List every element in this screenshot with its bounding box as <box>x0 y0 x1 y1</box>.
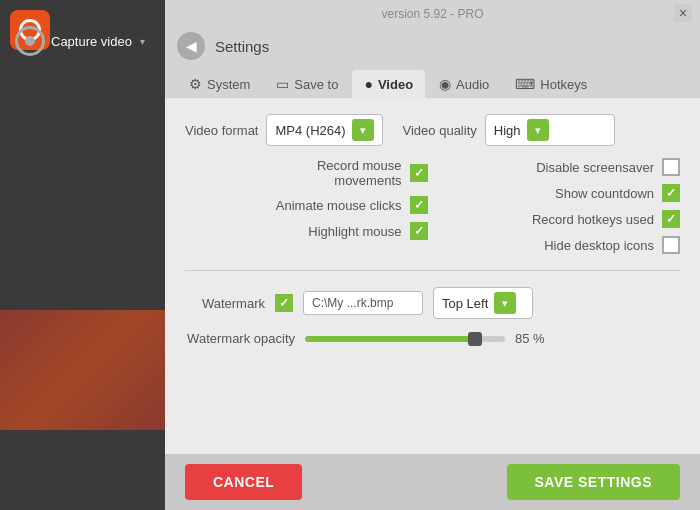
tab-hotkeys[interactable]: ⌨ Hotkeys <box>503 70 599 98</box>
cancel-button[interactable]: CANCEL <box>185 464 302 500</box>
watermark-label: Watermark <box>185 296 265 311</box>
format-dropdown[interactable]: MP4 (H264) ▾ <box>266 114 382 146</box>
record-mouse-row: Record mousemovements <box>185 158 428 188</box>
app-window: Capture video ▾ version 5.92 - PRO × ◀ S… <box>0 0 700 510</box>
animate-clicks-checkbox[interactable] <box>410 196 428 214</box>
quality-dropdown[interactable]: High ▾ <box>485 114 615 146</box>
main-content: version 5.92 - PRO × ◀ Settings ⚙ System… <box>165 0 700 510</box>
capture-video-button[interactable]: Capture video ▾ <box>5 20 160 62</box>
position-dropdown-arrow: ▾ <box>494 292 516 314</box>
audio-icon: ◉ <box>439 76 451 92</box>
tabs-bar: ⚙ System ▭ Save to ● Video ◉ Audio ⌨ Hot… <box>165 66 700 98</box>
video-icon: ● <box>364 76 372 92</box>
tab-hotkeys-label: Hotkeys <box>540 77 587 92</box>
quality-dropdown-arrow: ▾ <box>527 119 549 141</box>
page-title: Settings <box>215 38 269 55</box>
capture-label: Capture video <box>51 34 132 49</box>
hotkeys-icon: ⌨ <box>515 76 535 92</box>
highlight-mouse-checkbox[interactable] <box>410 222 428 240</box>
sidebar: Capture video ▾ <box>0 0 165 510</box>
format-value: MP4 (H264) <box>275 123 345 138</box>
disable-screensaver-checkbox[interactable] <box>662 158 680 176</box>
tab-audio[interactable]: ◉ Audio <box>427 70 501 98</box>
opacity-value: 85 % <box>515 331 545 346</box>
show-countdown-checkbox[interactable] <box>662 184 680 202</box>
chevron-down-icon: ▾ <box>140 36 145 47</box>
record-hotkeys-row: Record hotkeys used <box>438 210 681 228</box>
system-icon: ⚙ <box>189 76 202 92</box>
save-button[interactable]: SAVE SETTINGS <box>507 464 680 500</box>
show-countdown-label: Show countdown <box>555 186 654 201</box>
record-mouse-checkbox[interactable] <box>410 164 428 182</box>
close-button[interactable]: × <box>674 4 692 22</box>
quality-field: Video quality High ▾ <box>403 114 615 146</box>
back-button[interactable]: ◀ <box>177 32 205 60</box>
back-icon: ◀ <box>186 38 197 54</box>
opacity-thumb[interactable] <box>468 332 482 346</box>
footer: CANCEL SAVE SETTINGS <box>165 454 700 510</box>
highlight-mouse-row: Highlight mouse <box>185 222 428 240</box>
hide-desktop-row: Hide desktop icons <box>438 236 681 254</box>
disable-screensaver-label: Disable screensaver <box>536 160 654 175</box>
tab-system[interactable]: ⚙ System <box>177 70 262 98</box>
disable-screensaver-row: Disable screensaver <box>438 158 681 176</box>
format-label: Video format <box>185 123 258 138</box>
quality-value: High <box>494 123 521 138</box>
position-value: Top Left <box>442 296 488 311</box>
quality-label: Video quality <box>403 123 477 138</box>
show-countdown-row: Show countdown <box>438 184 681 202</box>
version-text: version 5.92 - PRO <box>381 7 483 21</box>
tab-saveto[interactable]: ▭ Save to <box>264 70 350 98</box>
watermark-path: C:\My ...rk.bmp <box>303 291 423 315</box>
tab-video-label: Video <box>378 77 413 92</box>
saveto-icon: ▭ <box>276 76 289 92</box>
hide-desktop-label: Hide desktop icons <box>544 238 654 253</box>
settings-panel: Video format MP4 (H264) ▾ Video quality … <box>165 98 700 454</box>
capture-circle-icon <box>15 26 45 56</box>
right-checkboxes: Disable screensaver Show countdown Recor… <box>438 158 681 254</box>
position-dropdown[interactable]: Top Left ▾ <box>433 287 533 319</box>
left-checkboxes: Record mousemovements Animate mouse clic… <box>185 158 428 254</box>
checkboxes-container: Record mousemovements Animate mouse clic… <box>185 158 680 254</box>
title-bar: version 5.92 - PRO × <box>165 0 700 28</box>
opacity-row: Watermark opacity 85 % <box>185 331 680 346</box>
animate-clicks-row: Animate mouse clicks <box>185 196 428 214</box>
tab-audio-label: Audio <box>456 77 489 92</box>
record-mouse-label: Record mousemovements <box>317 158 402 188</box>
divider <box>185 270 680 271</box>
sidebar-thumbnail <box>0 310 165 430</box>
format-field: Video format MP4 (H264) ▾ <box>185 114 383 146</box>
format-quality-row: Video format MP4 (H264) ▾ Video quality … <box>185 114 680 146</box>
watermark-row: Watermark C:\My ...rk.bmp Top Left ▾ <box>185 287 680 319</box>
header-bar: ◀ Settings <box>165 28 700 66</box>
opacity-slider[interactable] <box>305 336 505 342</box>
tab-system-label: System <box>207 77 250 92</box>
record-hotkeys-checkbox[interactable] <box>662 210 680 228</box>
tab-video[interactable]: ● Video <box>352 70 425 98</box>
format-dropdown-arrow: ▾ <box>352 119 374 141</box>
watermark-checkbox[interactable] <box>275 294 293 312</box>
animate-clicks-label: Animate mouse clicks <box>276 198 402 213</box>
opacity-label: Watermark opacity <box>185 331 295 346</box>
hide-desktop-checkbox[interactable] <box>662 236 680 254</box>
capture-dot-icon <box>25 36 35 46</box>
tab-saveto-label: Save to <box>294 77 338 92</box>
record-hotkeys-label: Record hotkeys used <box>532 212 654 227</box>
highlight-mouse-label: Highlight mouse <box>308 224 401 239</box>
